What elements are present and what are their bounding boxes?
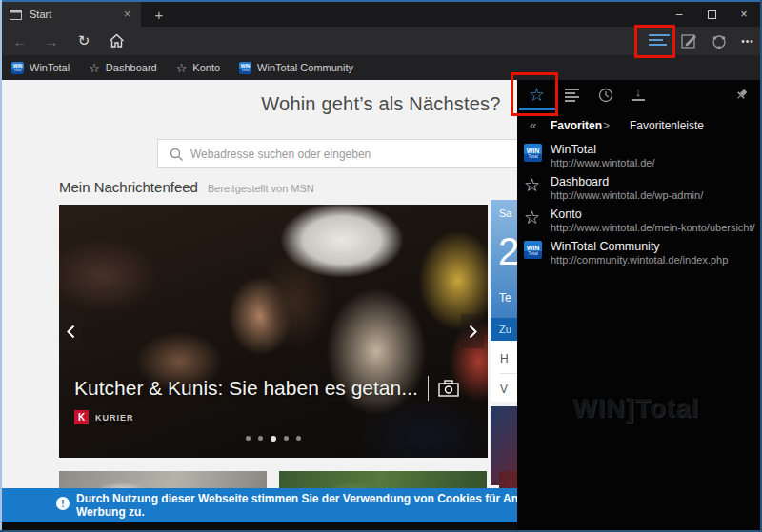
favorite-entry[interactable]: ☆ Dashboard http://www.wintotal.de/wp-ad… xyxy=(517,173,760,206)
favorites-bar: WINTotal WinTotal ☆ Dashboard ☆ Konto WI… xyxy=(2,55,760,80)
window-controls: – × xyxy=(663,2,760,27)
reading-list-tab[interactable] xyxy=(565,89,579,102)
tab-close-icon[interactable]: × xyxy=(121,8,133,21)
kurier-logo-icon: K xyxy=(74,410,89,424)
carousel-dot[interactable] xyxy=(296,436,301,441)
more-actions-button[interactable]: ••• xyxy=(733,27,762,55)
favorites-bar-label: Konto xyxy=(192,62,220,73)
star-icon: ☆ xyxy=(524,176,540,195)
feed-title: Mein Nachrichtenfeed xyxy=(59,179,198,195)
carousel-dot[interactable] xyxy=(271,436,276,442)
carousel-dot[interactable] xyxy=(284,436,289,441)
start-page-icon xyxy=(10,10,22,20)
favorite-entry[interactable]: WINTotal WinTotal Community http://commu… xyxy=(517,238,760,270)
favorite-url: http://www.wintotal.de/ xyxy=(551,157,654,168)
weather-line: Te xyxy=(499,291,511,305)
tab-title: Start xyxy=(30,9,121,20)
star-icon: ☆ xyxy=(524,208,540,227)
hub-favorites-list: WINTotal WinTotal http://www.wintotal.de… xyxy=(517,141,760,270)
feed-header: Mein Nachrichtenfeed Bereitgestellt von … xyxy=(59,179,314,195)
carousel-dot[interactable] xyxy=(258,436,263,441)
breadcrumb: « Favoriten > Favoritenleiste xyxy=(517,114,760,137)
feed-provider: Bereitgestellt von MSN xyxy=(208,183,314,194)
browser-window: Start × + – × ← → ↻ ••• WINTotal xyxy=(0,0,762,532)
breadcrumb-root[interactable]: Favoriten xyxy=(551,119,602,132)
favorite-url: http://www.wintotal.de/wp-admin/ xyxy=(551,189,703,201)
back-button[interactable]: ← xyxy=(6,27,34,55)
star-icon: ☆ xyxy=(89,62,100,74)
favorite-url: http://community.wintotal.de/index.php xyxy=(551,254,728,266)
carousel-next-button[interactable] xyxy=(461,314,484,348)
favorite-url: http://www.wintotal.de/mein-konto/ubersi… xyxy=(551,222,755,233)
favorite-title: Dashboard xyxy=(551,175,609,188)
news-caption: Kutcher & Kunis: Sie haben es getan... xyxy=(74,376,459,401)
window-border-top xyxy=(0,0,762,2)
breadcrumb-back-icon[interactable]: « xyxy=(530,118,536,132)
share-button[interactable] xyxy=(711,33,728,50)
wintotal-favicon: WINTotal xyxy=(239,62,251,74)
favorites-hub-panel: ☆ ↓ « Favoriten > Favoritenleiste WINTot… xyxy=(517,80,760,530)
maximize-button[interactable] xyxy=(695,2,728,27)
minimize-button[interactable]: – xyxy=(663,2,695,27)
chevron-left-icon xyxy=(67,325,75,339)
search-icon xyxy=(170,148,184,162)
maximize-icon xyxy=(708,10,716,19)
favorites-bar-label: Dashboard xyxy=(106,62,157,73)
new-tab-button[interactable]: + xyxy=(145,2,173,27)
refresh-button[interactable]: ↻ xyxy=(70,27,98,55)
tab-bar: Start × + – × xyxy=(0,0,762,27)
news-source: K KURIER xyxy=(74,410,134,424)
favorites-bar-label: WinTotal xyxy=(30,62,70,73)
carousel-dots xyxy=(59,429,488,446)
favorite-entry[interactable]: WINTotal WinTotal http://www.wintotal.de… xyxy=(517,141,760,173)
annotation-box-favorites-tab xyxy=(511,72,558,116)
downloads-tab[interactable]: ↓ xyxy=(632,85,645,101)
window-border-left xyxy=(0,0,2,532)
camera-icon xyxy=(438,380,459,397)
carousel-dot[interactable] xyxy=(246,436,251,441)
pin-panel-icon[interactable] xyxy=(734,88,749,102)
web-note-button[interactable] xyxy=(681,33,698,49)
close-button[interactable]: × xyxy=(728,2,760,27)
wintotal-favicon: WINTotal xyxy=(11,62,24,74)
history-tab[interactable] xyxy=(597,87,614,104)
weather-day: Sa xyxy=(499,207,511,219)
favorites-bar-item[interactable]: WINTotal WinTotal xyxy=(11,62,70,74)
wintotal-watermark: WIN]Total xyxy=(572,394,699,424)
breadcrumb-separator-icon: > xyxy=(603,119,610,132)
news-carousel[interactable]: Kutcher & Kunis: Sie haben es getan... K… xyxy=(59,205,488,458)
news-source-name: KURIER xyxy=(95,413,134,423)
favorite-entry[interactable]: ☆ Konto http://www.wintotal.de/mein-kont… xyxy=(517,206,760,238)
info-icon: ! xyxy=(56,497,70,510)
favorites-bar-item[interactable]: ☆ Konto xyxy=(176,62,220,74)
carousel-prev-button[interactable] xyxy=(59,314,82,348)
wintotal-favicon: WINTotal xyxy=(524,144,542,162)
favorite-title: WinTotal xyxy=(551,143,596,156)
favorites-bar-item[interactable]: ☆ Dashboard xyxy=(89,62,156,74)
home-button[interactable] xyxy=(109,33,125,49)
favorites-bar-label: WinTotal Community xyxy=(257,62,353,73)
annotation-box-hub-button xyxy=(634,25,675,58)
weather-temp: 2 xyxy=(498,230,519,273)
favorite-title: WinTotal Community xyxy=(551,240,660,253)
star-icon: ☆ xyxy=(176,62,188,74)
chevron-right-icon xyxy=(469,325,477,339)
favorite-title: Konto xyxy=(551,207,582,221)
forward-button[interactable]: → xyxy=(37,27,66,55)
favorites-bar-item[interactable]: WINTotal WinTotal Community xyxy=(239,62,353,74)
tab-start[interactable]: Start × xyxy=(2,2,141,27)
search-input[interactable] xyxy=(190,148,552,161)
breadcrumb-current[interactable]: Favoritenleiste xyxy=(630,119,704,132)
wintotal-favicon: WINTotal xyxy=(524,241,542,259)
